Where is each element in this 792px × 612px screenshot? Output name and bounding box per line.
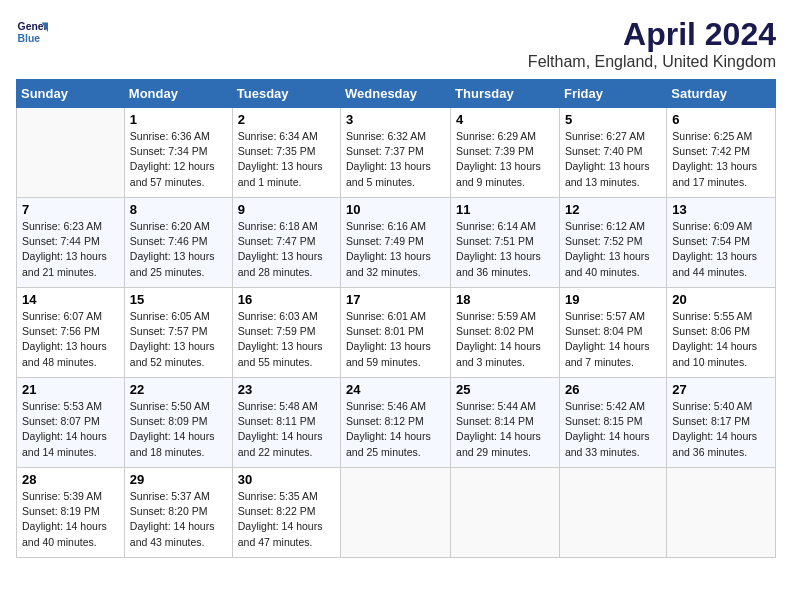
day-info: Sunrise: 6:34 AMSunset: 7:35 PMDaylight:…	[238, 129, 335, 190]
calendar-cell: 4Sunrise: 6:29 AMSunset: 7:39 PMDaylight…	[451, 108, 560, 198]
calendar-cell: 8Sunrise: 6:20 AMSunset: 7:46 PMDaylight…	[124, 198, 232, 288]
calendar-cell: 18Sunrise: 5:59 AMSunset: 8:02 PMDayligh…	[451, 288, 560, 378]
calendar-cell	[451, 468, 560, 558]
day-number: 22	[130, 382, 227, 397]
day-number: 16	[238, 292, 335, 307]
day-number: 21	[22, 382, 119, 397]
calendar-cell: 5Sunrise: 6:27 AMSunset: 7:40 PMDaylight…	[559, 108, 666, 198]
calendar-cell: 29Sunrise: 5:37 AMSunset: 8:20 PMDayligh…	[124, 468, 232, 558]
day-info: Sunrise: 5:42 AMSunset: 8:15 PMDaylight:…	[565, 399, 661, 460]
calendar-title: April 2024	[528, 16, 776, 53]
calendar-cell	[667, 468, 776, 558]
calendar-cell: 9Sunrise: 6:18 AMSunset: 7:47 PMDaylight…	[232, 198, 340, 288]
day-info: Sunrise: 6:07 AMSunset: 7:56 PMDaylight:…	[22, 309, 119, 370]
calendar-cell: 15Sunrise: 6:05 AMSunset: 7:57 PMDayligh…	[124, 288, 232, 378]
day-number: 14	[22, 292, 119, 307]
calendar-week-3: 14Sunrise: 6:07 AMSunset: 7:56 PMDayligh…	[17, 288, 776, 378]
day-info: Sunrise: 6:18 AMSunset: 7:47 PMDaylight:…	[238, 219, 335, 280]
calendar-cell: 1Sunrise: 6:36 AMSunset: 7:34 PMDaylight…	[124, 108, 232, 198]
day-number: 27	[672, 382, 770, 397]
calendar-cell: 6Sunrise: 6:25 AMSunset: 7:42 PMDaylight…	[667, 108, 776, 198]
day-info: Sunrise: 5:57 AMSunset: 8:04 PMDaylight:…	[565, 309, 661, 370]
calendar-cell: 25Sunrise: 5:44 AMSunset: 8:14 PMDayligh…	[451, 378, 560, 468]
day-info: Sunrise: 6:05 AMSunset: 7:57 PMDaylight:…	[130, 309, 227, 370]
calendar-cell: 20Sunrise: 5:55 AMSunset: 8:06 PMDayligh…	[667, 288, 776, 378]
day-number: 30	[238, 472, 335, 487]
day-number: 24	[346, 382, 445, 397]
day-info: Sunrise: 5:37 AMSunset: 8:20 PMDaylight:…	[130, 489, 227, 550]
day-info: Sunrise: 6:01 AMSunset: 8:01 PMDaylight:…	[346, 309, 445, 370]
day-info: Sunrise: 6:27 AMSunset: 7:40 PMDaylight:…	[565, 129, 661, 190]
col-friday: Friday	[559, 80, 666, 108]
col-monday: Monday	[124, 80, 232, 108]
day-info: Sunrise: 6:16 AMSunset: 7:49 PMDaylight:…	[346, 219, 445, 280]
calendar-week-1: 1Sunrise: 6:36 AMSunset: 7:34 PMDaylight…	[17, 108, 776, 198]
day-number: 4	[456, 112, 554, 127]
day-number: 6	[672, 112, 770, 127]
day-info: Sunrise: 6:09 AMSunset: 7:54 PMDaylight:…	[672, 219, 770, 280]
logo: General Blue	[16, 16, 48, 48]
day-number: 20	[672, 292, 770, 307]
day-number: 10	[346, 202, 445, 217]
day-number: 15	[130, 292, 227, 307]
day-info: Sunrise: 5:55 AMSunset: 8:06 PMDaylight:…	[672, 309, 770, 370]
day-number: 23	[238, 382, 335, 397]
day-info: Sunrise: 5:59 AMSunset: 8:02 PMDaylight:…	[456, 309, 554, 370]
col-wednesday: Wednesday	[341, 80, 451, 108]
day-number: 9	[238, 202, 335, 217]
calendar-cell: 24Sunrise: 5:46 AMSunset: 8:12 PMDayligh…	[341, 378, 451, 468]
calendar-cell: 2Sunrise: 6:34 AMSunset: 7:35 PMDaylight…	[232, 108, 340, 198]
calendar-body: 1Sunrise: 6:36 AMSunset: 7:34 PMDaylight…	[17, 108, 776, 558]
day-number: 25	[456, 382, 554, 397]
day-number: 13	[672, 202, 770, 217]
day-info: Sunrise: 6:20 AMSunset: 7:46 PMDaylight:…	[130, 219, 227, 280]
calendar-week-2: 7Sunrise: 6:23 AMSunset: 7:44 PMDaylight…	[17, 198, 776, 288]
calendar-cell: 7Sunrise: 6:23 AMSunset: 7:44 PMDaylight…	[17, 198, 125, 288]
col-saturday: Saturday	[667, 80, 776, 108]
day-info: Sunrise: 5:50 AMSunset: 8:09 PMDaylight:…	[130, 399, 227, 460]
day-number: 11	[456, 202, 554, 217]
day-info: Sunrise: 5:40 AMSunset: 8:17 PMDaylight:…	[672, 399, 770, 460]
calendar-week-4: 21Sunrise: 5:53 AMSunset: 8:07 PMDayligh…	[17, 378, 776, 468]
calendar-cell: 12Sunrise: 6:12 AMSunset: 7:52 PMDayligh…	[559, 198, 666, 288]
day-number: 18	[456, 292, 554, 307]
calendar-cell: 27Sunrise: 5:40 AMSunset: 8:17 PMDayligh…	[667, 378, 776, 468]
day-number: 3	[346, 112, 445, 127]
calendar-cell: 11Sunrise: 6:14 AMSunset: 7:51 PMDayligh…	[451, 198, 560, 288]
day-info: Sunrise: 6:25 AMSunset: 7:42 PMDaylight:…	[672, 129, 770, 190]
day-info: Sunrise: 6:14 AMSunset: 7:51 PMDaylight:…	[456, 219, 554, 280]
col-tuesday: Tuesday	[232, 80, 340, 108]
day-info: Sunrise: 5:39 AMSunset: 8:19 PMDaylight:…	[22, 489, 119, 550]
day-info: Sunrise: 5:44 AMSunset: 8:14 PMDaylight:…	[456, 399, 554, 460]
day-info: Sunrise: 6:36 AMSunset: 7:34 PMDaylight:…	[130, 129, 227, 190]
weekday-row: Sunday Monday Tuesday Wednesday Thursday…	[17, 80, 776, 108]
svg-text:Blue: Blue	[18, 33, 41, 44]
calendar-cell: 3Sunrise: 6:32 AMSunset: 7:37 PMDaylight…	[341, 108, 451, 198]
page-header: General Blue April 2024 Feltham, England…	[16, 16, 776, 71]
calendar-cell: 30Sunrise: 5:35 AMSunset: 8:22 PMDayligh…	[232, 468, 340, 558]
calendar-header: Sunday Monday Tuesday Wednesday Thursday…	[17, 80, 776, 108]
calendar-cell: 19Sunrise: 5:57 AMSunset: 8:04 PMDayligh…	[559, 288, 666, 378]
day-number: 1	[130, 112, 227, 127]
col-thursday: Thursday	[451, 80, 560, 108]
calendar-cell: 28Sunrise: 5:39 AMSunset: 8:19 PMDayligh…	[17, 468, 125, 558]
day-info: Sunrise: 6:03 AMSunset: 7:59 PMDaylight:…	[238, 309, 335, 370]
day-number: 2	[238, 112, 335, 127]
calendar-cell	[17, 108, 125, 198]
calendar-subtitle: Feltham, England, United Kingdom	[528, 53, 776, 71]
col-sunday: Sunday	[17, 80, 125, 108]
day-info: Sunrise: 5:53 AMSunset: 8:07 PMDaylight:…	[22, 399, 119, 460]
day-number: 5	[565, 112, 661, 127]
day-number: 26	[565, 382, 661, 397]
day-number: 19	[565, 292, 661, 307]
day-info: Sunrise: 5:46 AMSunset: 8:12 PMDaylight:…	[346, 399, 445, 460]
calendar-cell: 21Sunrise: 5:53 AMSunset: 8:07 PMDayligh…	[17, 378, 125, 468]
day-number: 7	[22, 202, 119, 217]
calendar-cell: 14Sunrise: 6:07 AMSunset: 7:56 PMDayligh…	[17, 288, 125, 378]
calendar-cell: 22Sunrise: 5:50 AMSunset: 8:09 PMDayligh…	[124, 378, 232, 468]
day-info: Sunrise: 6:12 AMSunset: 7:52 PMDaylight:…	[565, 219, 661, 280]
day-number: 12	[565, 202, 661, 217]
calendar-cell: 26Sunrise: 5:42 AMSunset: 8:15 PMDayligh…	[559, 378, 666, 468]
calendar-table: Sunday Monday Tuesday Wednesday Thursday…	[16, 79, 776, 558]
day-info: Sunrise: 6:23 AMSunset: 7:44 PMDaylight:…	[22, 219, 119, 280]
